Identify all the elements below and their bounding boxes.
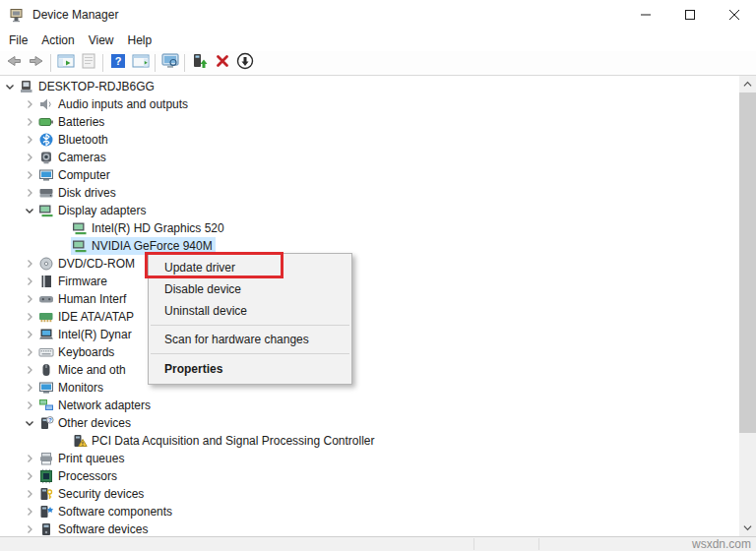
row-content[interactable]: ?Other devices — [37, 414, 134, 432]
menu-file[interactable]: File — [2, 31, 34, 49]
tree-item-display-adapters[interactable]: Display adapters — [0, 202, 739, 219]
context-menu-item-disable-device[interactable]: Disable device — [149, 278, 351, 300]
scroll-up-button[interactable] — [739, 76, 756, 92]
row-content[interactable]: Processors — [37, 467, 120, 485]
minimize-button[interactable] — [623, 0, 667, 30]
expander-collapsed-icon[interactable] — [22, 291, 37, 307]
properties-button[interactable] — [77, 52, 99, 74]
tree-item-disk-drives[interactable]: Disk drives — [0, 184, 739, 202]
row-content[interactable]: Audio inputs and outputs — [37, 95, 191, 113]
close-button[interactable] — [712, 0, 756, 30]
tree-item-desktop-rdjb6gg[interactable]: DESKTOP-RDJB6GG — [0, 78, 739, 95]
row-content[interactable]: Intel(R) HD Graphics 520 — [71, 219, 227, 237]
show-action-pane-button[interactable] — [129, 52, 152, 74]
forward-button[interactable] — [25, 52, 47, 74]
tree-item-computer[interactable]: Computer — [0, 166, 739, 184]
tree-item-keyboards[interactable]: Keyboards — [0, 343, 739, 361]
context-menu-item-properties[interactable]: Properties — [149, 357, 351, 381]
row-content[interactable]: Cameras — [37, 149, 109, 166]
tree-item-security-devices[interactable]: Security devices — [0, 485, 739, 503]
maximize-button[interactable] — [667, 0, 712, 30]
menu-help[interactable]: Help — [121, 31, 159, 49]
row-content[interactable]: DVD/CD-ROM — [37, 255, 138, 273]
tree-item-intel-r-dynar[interactable]: Intel(R) Dynar — [0, 326, 739, 343]
expander-collapsed-icon[interactable] — [22, 256, 37, 272]
tree-item-mice-and-oth[interactable]: Mice and oth — [0, 361, 739, 379]
row-content[interactable]: Firmware — [37, 273, 110, 290]
back-button[interactable] — [2, 52, 25, 74]
menu-action[interactable]: Action — [34, 31, 81, 49]
expander-collapsed-icon[interactable] — [22, 451, 37, 466]
tree-item-processors[interactable]: Processors — [0, 467, 739, 485]
tree-item-software-components[interactable]: Software components — [0, 503, 739, 520]
tree-item-batteries[interactable]: Batteries — [0, 113, 739, 131]
row-content[interactable]: PCI Data Acquisition and Signal Processi… — [71, 432, 377, 450]
scroll-down-button[interactable] — [739, 520, 756, 536]
tree-item-ide-ata-atap[interactable]: IDE ATA/ATAP — [0, 308, 739, 326]
expander-collapsed-icon[interactable] — [22, 362, 37, 378]
tree-item-human-interf[interactable]: Human Interf — [0, 290, 739, 308]
expander-collapsed-icon[interactable] — [22, 132, 37, 148]
row-content[interactable]: IDE ATA/ATAP — [37, 308, 137, 326]
expander-collapsed-icon[interactable] — [22, 185, 37, 201]
row-content[interactable]: Bluetooth — [37, 131, 111, 149]
tree-item-monitors[interactable]: Monitors — [0, 379, 739, 397]
tree-item-other-devices[interactable]: ?Other devices — [0, 414, 739, 432]
row-content[interactable]: Intel(R) Dynar — [37, 326, 135, 343]
tree-item-print-queues[interactable]: Print queues — [0, 450, 739, 467]
row-content[interactable]: Print queues — [37, 450, 127, 467]
expander-collapsed-icon[interactable] — [22, 521, 37, 536]
row-content[interactable]: Display adapters — [37, 202, 149, 219]
row-content[interactable]: Disk drives — [37, 184, 119, 202]
scan-hardware-changes-button[interactable] — [233, 52, 256, 74]
tree-item-bluetooth[interactable]: Bluetooth — [0, 131, 739, 149]
context-menu-item-scan-for-hardware-changes[interactable]: Scan for hardware changes — [149, 329, 351, 350]
remote-computer-button[interactable] — [158, 52, 181, 74]
expander-collapsed-icon[interactable] — [22, 274, 37, 289]
row-content[interactable]: Batteries — [37, 113, 107, 131]
row-content[interactable]: Computer — [37, 166, 113, 184]
row-content[interactable]: Human Interf — [37, 290, 129, 308]
menu-view[interactable]: View — [82, 31, 121, 49]
row-content[interactable]: Mice and oth — [37, 361, 129, 379]
row-content[interactable]: Network adapters — [37, 397, 154, 414]
row-content[interactable]: Monitors — [37, 379, 106, 397]
row-content[interactable]: Software components — [37, 503, 175, 520]
tree-item-audio-inputs-and-outputs[interactable]: Audio inputs and outputs — [0, 95, 739, 113]
tree-item-cameras[interactable]: Cameras — [0, 149, 739, 166]
row-content[interactable]: Security devices — [37, 485, 147, 503]
tree-item-pci-data-acquisition-and-signal-processing-controller[interactable]: PCI Data Acquisition and Signal Processi… — [0, 432, 739, 450]
scrollbar-thumb[interactable] — [739, 92, 756, 433]
expander-collapsed-icon[interactable] — [22, 114, 37, 130]
tree-item-intel-r-hd-graphics-520[interactable]: Intel(R) HD Graphics 520 — [0, 219, 739, 237]
context-menu-item-uninstall-device[interactable]: Uninstall device — [149, 300, 351, 322]
expander-collapsed-icon[interactable] — [22, 380, 37, 396]
expander-expanded-icon[interactable] — [22, 415, 37, 431]
help-button[interactable]: ? — [106, 52, 129, 74]
expander-collapsed-icon[interactable] — [22, 398, 37, 413]
row-content[interactable]: Software devices — [37, 520, 151, 536]
expander-expanded-icon[interactable] — [22, 203, 37, 218]
tree-item-software-devices[interactable]: Software devices — [0, 520, 739, 536]
tree-item-network-adapters[interactable]: Network adapters — [0, 397, 739, 414]
uninstall-device-button[interactable] — [211, 52, 233, 74]
expander-collapsed-icon[interactable] — [22, 150, 37, 165]
row-content[interactable]: Keyboards — [37, 343, 117, 361]
row-content[interactable]: DESKTOP-RDJB6GG — [18, 78, 158, 95]
update-driver-button[interactable] — [188, 52, 211, 74]
expander-collapsed-icon[interactable] — [22, 96, 37, 112]
vertical-scrollbar[interactable] — [739, 76, 756, 536]
tree-item-dvd-cd-rom[interactable]: DVD/CD-ROM — [0, 255, 739, 273]
show-console-tree-button[interactable] — [54, 52, 77, 74]
expander-collapsed-icon[interactable] — [22, 309, 37, 325]
expander-expanded-icon[interactable] — [2, 79, 18, 94]
expander-collapsed-icon[interactable] — [22, 504, 37, 520]
tree-item-nvidia-geforce-940m[interactable]: NVIDIA GeForce 940M — [0, 237, 739, 255]
tree-item-label: Keyboards — [58, 345, 114, 359]
expander-collapsed-icon[interactable] — [22, 167, 37, 183]
expander-collapsed-icon[interactable] — [22, 468, 37, 484]
tree-item-firmware[interactable]: Firmware — [0, 273, 739, 290]
expander-collapsed-icon[interactable] — [22, 344, 37, 360]
expander-collapsed-icon[interactable] — [22, 486, 37, 502]
expander-collapsed-icon[interactable] — [22, 327, 37, 342]
